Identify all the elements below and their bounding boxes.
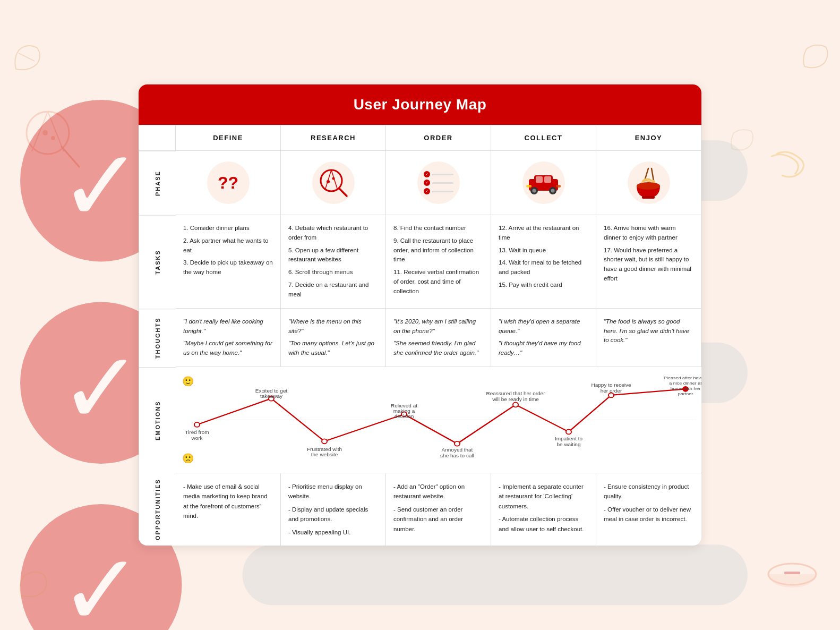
checklist-item-3: ✓ bbox=[424, 188, 453, 194]
collect-icon-circle bbox=[522, 161, 565, 204]
task-define-3: 3. Decide to pick up takeaway on the way… bbox=[183, 258, 273, 277]
svg-text:the website: the website bbox=[311, 452, 338, 457]
col-header-research: RESEARCH bbox=[281, 125, 386, 151]
deco-bowl-right bbox=[766, 545, 819, 588]
opp-cell-enjoy: - Ensure consistency in product quality.… bbox=[596, 473, 701, 546]
svg-text:Annoyed that: Annoyed that bbox=[442, 447, 473, 453]
task-collect-2: 13. Wait in queue bbox=[499, 246, 588, 256]
svg-text:she has to call: she has to call bbox=[440, 453, 474, 458]
phase-cell-research bbox=[281, 151, 386, 215]
thought-research-1: "Where is the menu on this site?" bbox=[288, 317, 378, 336]
svg-text:partner: partner bbox=[678, 391, 693, 396]
thought-order-1: "It's 2020, why am I still calling on th… bbox=[393, 317, 483, 336]
deco-cookie-bottom-left bbox=[16, 569, 50, 598]
check-icon-2: ✓ bbox=[424, 180, 430, 186]
thoughts-cell-define: "I don't really feel like cooking tonigh… bbox=[176, 309, 281, 367]
tasks-cell-order: 8. Find the contact number 9. Call the r… bbox=[386, 215, 491, 309]
question-mark-icon: ?? bbox=[218, 173, 238, 193]
emotions-chart: 🙂 🙁 Tired from bbox=[176, 367, 701, 473]
svg-point-16 bbox=[768, 564, 816, 585]
phase-cell-define: ?? bbox=[176, 151, 281, 215]
tasks-cell-define: 1. Consider dinner plans 2. Ask partner … bbox=[176, 215, 281, 309]
phase-cell-enjoy bbox=[596, 151, 701, 215]
svg-rect-26 bbox=[536, 176, 543, 183]
col-header-collect: COLLECT bbox=[491, 125, 596, 151]
svg-point-44 bbox=[513, 402, 518, 407]
svg-line-0 bbox=[19, 53, 35, 61]
svg-rect-37 bbox=[642, 196, 655, 199]
smiley-sad-icon: 🙁 bbox=[182, 453, 194, 464]
col-header-enjoy: ENJOY bbox=[596, 125, 701, 151]
opp-define-text: - Make use of email & social media marke… bbox=[183, 482, 273, 521]
svg-text:Impatient to: Impatient to bbox=[555, 436, 582, 441]
col-header-order: ORDER bbox=[386, 125, 491, 151]
opp-enjoy-2: - Offer voucher or to deliver new meal i… bbox=[604, 505, 694, 524]
opp-research-2: - Display and update specials and promot… bbox=[288, 505, 378, 524]
row-label-emotions: EMOTIONS bbox=[139, 367, 176, 473]
svg-text:decision: decision bbox=[395, 413, 414, 419]
svg-point-45 bbox=[566, 429, 571, 434]
svg-point-46 bbox=[608, 393, 614, 397]
header-empty-cell bbox=[139, 125, 176, 151]
enjoy-icon-circle bbox=[628, 161, 670, 204]
svg-text:work: work bbox=[191, 436, 202, 441]
row-label-opportunities: OPPORTUNITIES bbox=[139, 473, 176, 546]
task-collect-4: 15. Pay with credit card bbox=[499, 280, 588, 290]
thought-enjoy-1: "The food is always so good here. I'm so… bbox=[604, 317, 693, 345]
svg-rect-17 bbox=[784, 572, 800, 574]
check-line-3 bbox=[432, 191, 453, 192]
deco-noodles-right bbox=[760, 149, 813, 181]
thought-collect-2: "I thought they'd have my food ready…" bbox=[499, 339, 588, 358]
svg-rect-33 bbox=[556, 185, 561, 188]
svg-text:be waiting: be waiting bbox=[557, 441, 581, 447]
svg-point-21 bbox=[327, 180, 330, 183]
svg-point-22 bbox=[332, 177, 335, 180]
svg-text:Tired from: Tired from bbox=[185, 430, 209, 435]
thought-order-2: "She seemed friendly. I'm glad she confi… bbox=[393, 339, 483, 358]
task-research-1: 4. Debate which restaurant to order from bbox=[288, 224, 378, 243]
task-research-3: 6. Scroll through menus bbox=[288, 268, 378, 277]
svg-point-39 bbox=[194, 422, 200, 427]
thought-define-1: "I don't really feel like cooking tonigh… bbox=[183, 317, 273, 336]
svg-text:Reassured that her order: Reassured that her order bbox=[486, 390, 545, 396]
svg-point-36 bbox=[637, 182, 660, 190]
svg-rect-32 bbox=[526, 185, 532, 188]
task-order-2: 9. Call the restaurant to place order, a… bbox=[393, 236, 483, 265]
svg-text:✓: ✓ bbox=[59, 130, 143, 242]
svg-point-5 bbox=[51, 136, 55, 140]
svg-point-29 bbox=[533, 189, 536, 192]
checklist-item-1: ✓ bbox=[424, 171, 453, 177]
thoughts-cell-enjoy: "The food is always so good here. I'm so… bbox=[596, 309, 701, 367]
deco-pizza bbox=[16, 106, 80, 170]
check-line-2 bbox=[432, 182, 453, 184]
task-enjoy-2: 17. Would have preferred a shorter wait,… bbox=[604, 246, 693, 284]
opp-research-1: - Prioritise menu display on website. bbox=[288, 482, 378, 501]
svg-rect-27 bbox=[544, 176, 551, 183]
task-order-1: 8. Find the contact number bbox=[393, 224, 483, 233]
task-research-2: 5. Open up a few different restaurant we… bbox=[288, 246, 378, 265]
tasks-cell-research: 4. Debate which restaurant to order from… bbox=[281, 215, 386, 309]
emotion-line-chart: Tired from work Excited to get takeaway … bbox=[176, 372, 701, 467]
svg-text:Pleased after having: Pleased after having bbox=[664, 376, 701, 380]
journey-map-card: User Journey Map DEFINE RESEARCH ORDER C… bbox=[139, 84, 701, 546]
task-research-4: 7. Decide on a restaurant and meal bbox=[288, 280, 378, 300]
task-collect-1: 12. Arrive at the restaurant on time bbox=[499, 224, 588, 243]
row-label-thoughts: THOUGHTS bbox=[139, 309, 176, 367]
thought-define-2: "Maybe I could get something for us on t… bbox=[183, 339, 273, 358]
checklist-icon: ✓ ✓ ✓ bbox=[424, 171, 453, 194]
svg-text:home with her: home with her bbox=[671, 386, 701, 391]
magnify-pizza-icon bbox=[318, 167, 349, 199]
svg-text:her order: her order bbox=[601, 388, 622, 393]
checklist-item-2: ✓ bbox=[424, 180, 453, 186]
svg-point-1 bbox=[27, 112, 69, 154]
task-define-1: 1. Consider dinner plans bbox=[183, 224, 273, 233]
thoughts-cell-collect: "I wish they'd open a separate queue." "… bbox=[491, 309, 596, 367]
svg-text:a nice dinner at: a nice dinner at bbox=[669, 381, 701, 386]
opp-collect-2: - Automate collection process and allow … bbox=[499, 514, 588, 534]
tasks-cell-enjoy: 16. Arrive home with warm dinner to enjo… bbox=[596, 215, 701, 309]
opp-collect-1: - Implement a separate counter at restau… bbox=[499, 482, 588, 511]
svg-line-6 bbox=[61, 146, 80, 167]
deco-cookie-right-top bbox=[800, 42, 829, 69]
research-icon-circle bbox=[312, 161, 355, 204]
svg-line-2 bbox=[32, 112, 48, 151]
